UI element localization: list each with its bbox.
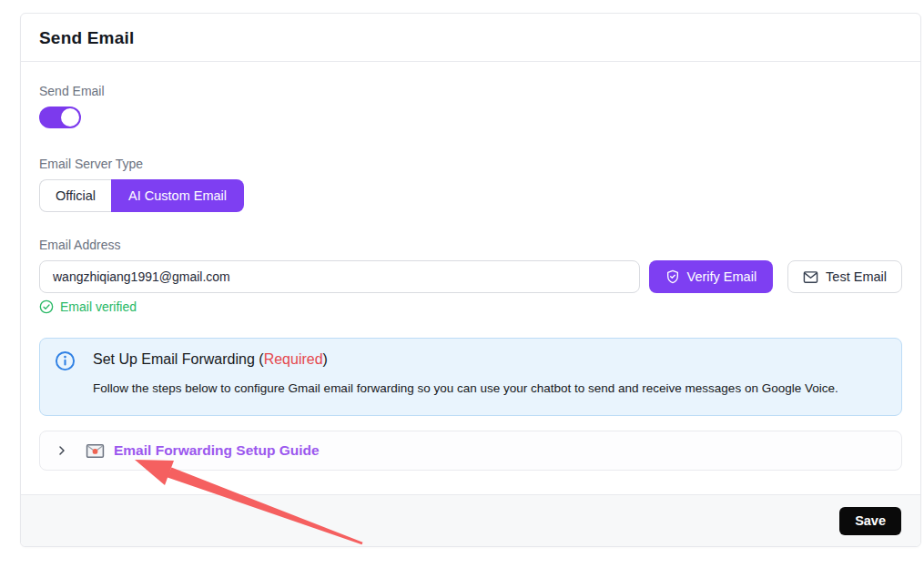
shield-check-icon [665, 269, 680, 284]
email-server-type-segmented: Official AI Custom Email [39, 179, 244, 212]
card-header: Send Email [21, 14, 920, 62]
server-type-ai-custom-button[interactable]: AI Custom Email [111, 179, 244, 212]
info-box-body: Follow the steps below to configure Gmai… [93, 380, 887, 397]
save-button[interactable]: Save [839, 507, 901, 535]
email-server-type-label: Email Server Type [39, 157, 902, 171]
send-email-toggle[interactable] [39, 106, 81, 128]
info-icon [55, 350, 76, 375]
card-footer: Save [21, 494, 920, 546]
send-email-toggle-label: Send Email [39, 84, 902, 98]
verify-email-button[interactable]: Verify Email [649, 260, 774, 293]
verify-email-label: Verify Email [687, 269, 757, 284]
test-email-button[interactable]: Test Email [787, 260, 902, 293]
guide-title-link[interactable]: Email Forwarding Setup Guide [114, 442, 320, 459]
chevron-right-icon[interactable] [56, 443, 67, 459]
page-title: Send Email [39, 28, 902, 48]
required-badge-text: Required [264, 351, 323, 367]
email-address-row: Verify Email Test Email [39, 260, 902, 293]
email-address-label: Email Address [39, 238, 902, 252]
toggle-knob [61, 108, 79, 127]
test-email-label: Test Email [826, 269, 887, 284]
check-circle-icon [39, 299, 54, 314]
sealed-envelope-icon [86, 443, 105, 459]
email-verified-text: Email verified [60, 299, 137, 314]
info-box-title: Set Up Email Forwarding (Required) [93, 351, 887, 368]
email-address-input[interactable] [39, 260, 640, 293]
card-body: Send Email Email Server Type Official AI… [21, 62, 920, 494]
email-forwarding-guide-accordion[interactable]: Email Forwarding Setup Guide [39, 431, 902, 471]
email-forwarding-info-box: Set Up Email Forwarding (Required) Follo… [39, 338, 902, 416]
send-email-card: Send Email Send Email Email Server Type … [20, 13, 921, 547]
email-verified-status: Email verified [39, 299, 902, 314]
server-type-official-button[interactable]: Official [39, 179, 111, 212]
envelope-icon [803, 270, 818, 284]
